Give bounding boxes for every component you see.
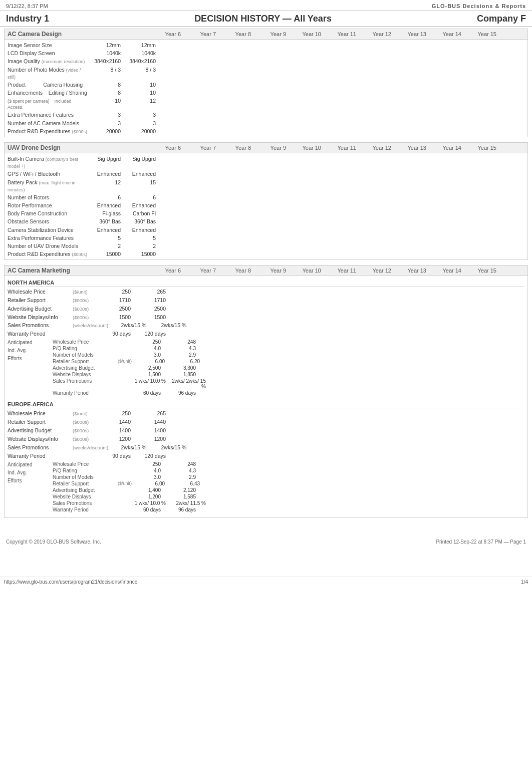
- extra-perf-ac-label: Extra Performance Features: [8, 111, 88, 118]
- table-row: Obstacle Sensors 360° Bas 360° Bas: [8, 217, 524, 225]
- table-row: Sales Promotions 1 wks/ 10.0 % 2wks/ 11.…: [53, 500, 524, 506]
- ac-camera-design-body: Image Sensor Size 12mm 12mm LCD Display …: [5, 40, 527, 137]
- ant-web-na-label: Website Displays: [53, 372, 128, 377]
- ant-wholesale-ea-label: Wholesale Price: [53, 461, 128, 467]
- ac-camera-design-section: AC Camera Design Year 6 Year 7 Year 8 Ye…: [4, 29, 528, 137]
- ant-sales-ea-label: Sales Promotions: [53, 500, 128, 506]
- ant-models-ea-label: Number of Models: [53, 474, 128, 480]
- image-sensor-label: Image Sensor Size: [8, 42, 88, 49]
- table-row: Website Displays 1,500 1,850: [53, 371, 524, 378]
- table-row: Wholesale Price ($/unit) 250 265: [8, 409, 524, 418]
- product-camera-label: Product Camera Housing: [8, 81, 88, 88]
- table-row: Enhancements Editing / Sharing 8 10: [8, 89, 524, 97]
- warranty-period-na-label: Warranty Period: [8, 330, 73, 337]
- table-row: Product R&D Expenditures ($000s) 20000 2…: [8, 127, 524, 135]
- industry-label: Industry 1: [6, 14, 49, 24]
- table-row: Number of AC Camera Models 3 3: [8, 119, 524, 127]
- ant-retailer-na-label: Retailer Support: [53, 359, 118, 364]
- anticipated-ea-labels: Anticipated Ind. Avg. Efforts: [8, 461, 53, 513]
- ac-camera-marketing-title: AC Camera Marketing: [8, 267, 148, 274]
- main-title-row: Industry 1 DECISION HISTORY — All Years …: [0, 11, 532, 27]
- table-row: Product R&D Expenditures ($000s) 15000 1…: [8, 250, 524, 258]
- uav-drone-design-header: UAV Drone Design Year 6 Year 7 Year 8 Ye…: [5, 143, 527, 153]
- num-uav-models-label: Number of UAV Drone Models: [8, 242, 88, 249]
- page-footer: Copyright © 2019 GLO-BUS Software, Inc. …: [0, 535, 532, 547]
- page-url: https://www.glo-bus.com/users/program21/…: [4, 579, 137, 585]
- ac-camera-design-header: AC Camera Design Year 6 Year 7 Year 8 Ye…: [5, 29, 527, 40]
- table-row: LCD Display Screen 1040k 1040k: [8, 49, 524, 57]
- table-row: Number of Photo Modes (video / still) 8 …: [8, 66, 524, 81]
- europe-africa-header: EUROPE-AFRICA: [8, 399, 524, 408]
- ant-warranty-na-label: Warranty Period: [53, 390, 128, 396]
- year6-header: Year 6: [148, 31, 183, 37]
- extra-perf-uav-label: Extra Performance Features: [8, 234, 88, 241]
- sales-promotions-ea-label: Sales Promotions: [8, 444, 73, 451]
- ant-adv-na-label: Advertising Budget: [53, 365, 128, 371]
- table-row: Warranty Period 60 days 96 days: [53, 506, 524, 513]
- gps-wifi-label: GPS / WiFi / Bluetooth: [8, 170, 88, 177]
- table-row: Website Displays/Info ($000s) 1200 1200: [8, 435, 524, 443]
- table-row: Website Displays 1,200 1,585: [53, 493, 524, 500]
- page-number: 1/4: [521, 579, 528, 585]
- year10-header: Year 10: [288, 31, 323, 37]
- wholesale-price-ea-label: Wholesale Price: [8, 410, 73, 417]
- anticipated-na-block: Anticipated Ind. Avg. Efforts Wholesale …: [8, 338, 524, 399]
- image-sensor-y7: 12mm: [123, 42, 158, 49]
- table-row: Camera Stabilization Device Enhanced Enh…: [8, 226, 524, 234]
- table-row: Built-In Camera (company's best model +)…: [8, 155, 524, 170]
- anticipated-ea-fields: Wholesale Price 250 248 P/Q Rating 4.0 4…: [53, 461, 524, 513]
- rd-expenditures-ac-label: Product R&D Expenditures ($000s): [8, 128, 88, 135]
- timestamp: 9/12/22, 8:37 PM: [6, 3, 48, 9]
- anticipated-na-fields: Wholesale Price 250 248 P/Q Rating 4.0 4…: [53, 339, 524, 396]
- table-row: Number of Models 3.0 2.9: [53, 474, 524, 480]
- table-row: Battery Pack (max. flight time in minute…: [8, 178, 524, 193]
- table-row: P/Q Rating 4.0 4.3: [53, 345, 524, 352]
- image-quality-label: Image Quality (maximum resolution): [8, 58, 88, 65]
- table-row: Sales Promotions (weeks/discount) 2wks/1…: [8, 321, 524, 330]
- ac-camera-marketing-body: NORTH AMERICA Wholesale Price ($/unit) 2…: [5, 276, 527, 517]
- ant-wholesale-na-label: Wholesale Price: [53, 339, 128, 345]
- table-row: Advertising Budget ($000s) 1400 1400: [8, 426, 524, 435]
- table-row: Extra Performance Features 5 5: [8, 234, 524, 242]
- num-ac-models-label: Number of AC Camera Models: [8, 120, 88, 127]
- ant-pq-ea-label: P/Q Rating: [53, 468, 128, 473]
- ac-camera-marketing-header: AC Camera Marketing Year 6 Year 7 Year 8…: [5, 266, 527, 276]
- uav-drone-design-section: UAV Drone Design Year 6 Year 7 Year 8 Ye…: [4, 142, 528, 260]
- year8-header: Year 8: [218, 31, 253, 37]
- table-row: Warranty Period 60 days 96 days: [53, 390, 524, 396]
- table-row: Wholesale Price 250 248: [53, 339, 524, 345]
- site-name: GLO-BUS Decisions & Reports: [432, 3, 526, 9]
- year12-header: Year 12: [358, 31, 393, 37]
- table-row: Body Frame Construction Fi-glass Carbon …: [8, 209, 524, 217]
- decision-history-title: DECISION HISTORY — All Years: [49, 14, 477, 24]
- table-row: Advertising Budget ($000s) 2500 2500: [8, 305, 524, 313]
- table-row: Extra Performance Features 3 3: [8, 111, 524, 119]
- ant-web-ea-label: Website Displays: [53, 494, 128, 499]
- table-row: Image Quality (maximum resolution) 3840×…: [8, 57, 524, 65]
- built-in-camera-label: Built-In Camera (company's best model +): [8, 155, 88, 169]
- year15-header: Year 15: [463, 31, 498, 37]
- uav-year-headers: Year 6 Year 7 Year 8 Year 9 Year 10 Year…: [148, 145, 498, 151]
- image-sensor-y6: 12mm: [88, 42, 123, 49]
- table-row: Retailer Support ($000s) 1440 1440: [8, 418, 524, 426]
- advertising-budget-ea-label: Advertising Budget: [8, 427, 73, 434]
- url-bar: https://www.glo-bus.com/users/program21/…: [0, 577, 532, 587]
- north-america-header: NORTH AMERICA: [8, 278, 524, 287]
- sales-promotions-na-label: Sales Promotions: [8, 322, 73, 329]
- company-label: Company F: [477, 14, 526, 24]
- table-row: Rotor Performance Enhanced Enhanced: [8, 201, 524, 209]
- rotor-performance-label: Rotor Performance: [8, 202, 88, 209]
- table-row: Number of Rotors 6 6: [8, 193, 524, 201]
- ant-retailer-ea-label: Retailer Support: [53, 481, 118, 486]
- copyright: Copyright © 2019 GLO-BUS Software, Inc.: [6, 539, 101, 545]
- ac-camera-marketing-section: AC Camera Marketing Year 6 Year 7 Year 8…: [4, 265, 528, 517]
- obstacle-sensors-label: Obstacle Sensors: [8, 218, 88, 225]
- table-row: Retailer Support ($000s) 1710 1710: [8, 296, 524, 305]
- retailer-support-ea-label: Retailer Support: [8, 418, 73, 425]
- table-row: Product Camera Housing 8 10: [8, 81, 524, 89]
- printed-date: Printed 12-Sep-22 at 8:37 PM — Page 1: [436, 539, 526, 545]
- table-row: GPS / WiFi / Bluetooth Enhanced Enhanced: [8, 170, 524, 178]
- spent-per-camera-label: ($ spent per camera) Included Access.: [8, 98, 88, 110]
- table-row: Number of Models 3.0 2.9: [53, 352, 524, 358]
- advertising-budget-na-label: Advertising Budget: [8, 305, 73, 312]
